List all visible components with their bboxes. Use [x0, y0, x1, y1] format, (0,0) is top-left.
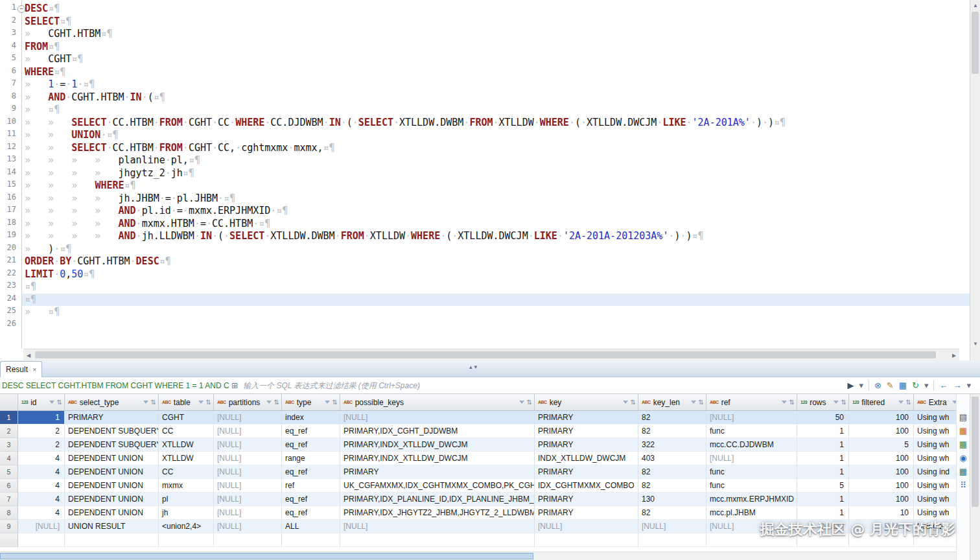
code-line[interactable]: » AND·CGHT.HTBM·IN·(¤¶	[22, 91, 970, 104]
grid-cell[interactable]: [NULL]	[18, 520, 65, 533]
grid-cell[interactable]: PRIMARY	[535, 411, 638, 425]
grid-cell[interactable]: CC	[159, 465, 214, 479]
grid-cell[interactable]: PRIMARY,INDX_XTLLDW_DWCJM	[340, 452, 535, 465]
panel-grid-icon[interactable]: ▤	[959, 412, 967, 422]
column-filter-icon[interactable]	[49, 401, 54, 404]
grid-cell[interactable]: Using wh	[914, 452, 957, 465]
grid-cell[interactable]: 130	[638, 493, 706, 506]
row-number[interactable]: 2	[0, 425, 18, 438]
column-sort-icon[interactable]: ⇅	[206, 399, 211, 406]
grid-cell[interactable]: [NULL]	[535, 520, 638, 533]
row-number[interactable]: 4	[0, 452, 18, 465]
column-header-type[interactable]: ABCtype⇅	[282, 394, 340, 410]
grid-cell[interactable]: IDX_CGHTMXMX_COMBO	[535, 479, 638, 493]
panel-value-icon[interactable]: ◉	[959, 453, 966, 463]
grid-cell[interactable]: 2	[18, 425, 65, 438]
code-line[interactable]: » CGHT.HTBM¤¶	[22, 28, 970, 41]
grid-cell[interactable]: UK_CGFAMXMX,IDX_CGHTMXMX_COMBO,PK_CGH	[340, 479, 535, 493]
grid-cell[interactable]: 10	[849, 506, 914, 520]
row-number[interactable]: 8	[0, 506, 18, 520]
grid-cell[interactable]: range	[282, 452, 340, 465]
grid-cell[interactable]: 1	[797, 452, 849, 465]
code-line[interactable]: » » UNION·¤¶	[22, 129, 970, 142]
panel-calc-icon[interactable]: ▦	[959, 439, 967, 449]
grid-cell[interactable]: PRIMARY	[535, 465, 638, 479]
grid-cell[interactable]: CGHT	[159, 411, 214, 425]
code-line[interactable]: WHERE¤¶	[22, 66, 970, 79]
grid-cell[interactable]: DEPENDENT UNION	[65, 479, 159, 493]
grid-cell[interactable]: PRIMARY	[535, 506, 638, 520]
code-line[interactable]: » » » » planline·pl,¤¶	[22, 154, 970, 167]
code-line[interactable]: ORDER·BY·CGHT.HTBM·DESC¤¶	[22, 255, 970, 268]
grid-horizontal-scrollbar[interactable]	[0, 552, 970, 560]
column-header-key_len[interactable]: ABCkey_len⇅	[638, 394, 706, 410]
grid-cell[interactable]: mcc.CC.DJDWBM	[706, 438, 797, 452]
refresh-icon[interactable]: ↻	[912, 381, 919, 390]
grid-cell[interactable]: PRIMARY	[535, 425, 638, 438]
grid-cell[interactable]: 100	[849, 425, 914, 438]
column-header-select_type[interactable]: ABCselect_type⇅	[65, 394, 159, 410]
grid-cell[interactable]: 4	[18, 465, 65, 479]
grid-cell[interactable]: Using wh	[914, 438, 957, 452]
code-line[interactable]: » » » » jhgytz_2·jh¤¶	[22, 167, 970, 180]
code-line[interactable]: » CGHT¤¶	[22, 53, 970, 66]
editor-vscroll-thumb[interactable]	[972, 12, 979, 74]
grid-hscroll-thumb[interactable]	[0, 553, 533, 559]
grid-cell[interactable]: 82	[638, 425, 706, 438]
code-line[interactable]: » )·¤¶	[22, 243, 970, 256]
tab-result[interactable]: Result ×	[0, 361, 42, 377]
grid-cell[interactable]: [NULL]	[706, 411, 797, 425]
row-number[interactable]: 3	[0, 438, 18, 452]
row-number[interactable]: 9	[0, 520, 18, 533]
grid-cell[interactable]: 1	[797, 506, 849, 520]
grid-cell[interactable]: 82	[638, 479, 706, 493]
sql-editor[interactable]: 1−23456789101112131415161718192021222324…	[0, 0, 970, 349]
column-sort-icon[interactable]: ⇅	[631, 399, 636, 406]
grid-cell[interactable]: 82	[638, 506, 706, 520]
grid-cell[interactable]: DEPENDENT UNION	[65, 465, 159, 479]
grid-cell[interactable]: index	[282, 411, 340, 425]
grid-cell[interactable]: Using ind	[914, 465, 957, 479]
code-line[interactable]: » » » » AND·pl.id·=·mxmx.ERPJHMXID·¤¶	[22, 205, 970, 218]
editor-hscroll-thumb[interactable]	[35, 351, 936, 358]
column-filter-icon[interactable]	[898, 401, 904, 404]
grid-cell[interactable]: 2	[18, 438, 65, 452]
column-filter-icon[interactable]	[623, 401, 628, 404]
grid-cell[interactable]: func	[706, 465, 797, 479]
panel-meta-icon[interactable]: ▦	[959, 467, 967, 476]
grid-cell[interactable]: 1	[797, 465, 849, 479]
grid-cell[interactable]: 322	[638, 438, 706, 452]
grid-cell[interactable]: pl	[159, 493, 214, 506]
grid-vertical-scrollbar[interactable]	[970, 394, 980, 560]
nav-dropdown-icon[interactable]: ▾	[966, 381, 971, 390]
column-filter-icon[interactable]	[834, 401, 839, 404]
grid-cell[interactable]: 4	[18, 479, 65, 493]
scroll-right-icon[interactable]: ▶	[949, 350, 959, 360]
grid-cell[interactable]: eq_ref	[282, 438, 340, 452]
code-line[interactable]: » » » WHERE¤¶	[22, 180, 970, 192]
column-header-rows[interactable]: 123rows⇅	[797, 394, 849, 410]
grid-cell[interactable]: Using wh	[914, 411, 957, 425]
column-sort-icon[interactable]: ⇅	[57, 399, 62, 406]
grid-cell[interactable]: 4	[18, 452, 65, 465]
grid-cell[interactable]: PRIMARY	[340, 465, 535, 479]
grid-cell[interactable]: 1	[18, 411, 65, 425]
code-line[interactable]: » » » » AND·jh.LLDWBM·IN·(·SELECT·XTLLDW…	[22, 230, 970, 243]
grid-cell[interactable]: DEPENDENT UNION	[65, 506, 159, 520]
grid-cell[interactable]: PRIMARY,IDX_CGHT_DJDWBM	[340, 425, 535, 438]
column-header-filtered[interactable]: 123filtered⇅	[849, 394, 914, 410]
column-header-ref[interactable]: ABCref⇅	[706, 394, 797, 410]
grid-cell[interactable]: UNION RESULT	[65, 520, 159, 533]
row-number[interactable]: 7	[0, 493, 18, 506]
grid-cell[interactable]: <union2,4>	[159, 520, 214, 533]
grid-cell[interactable]: eq_ref	[282, 493, 340, 506]
grid-cell[interactable]: 100	[849, 411, 914, 425]
grid-cell[interactable]: eq_ref	[282, 465, 340, 479]
code-line[interactable]: » » SELECT·CC.HTBM·FROM·CGHT·CC·WHERE·CC…	[22, 117, 970, 130]
grid-cell[interactable]: PRIMARY	[65, 411, 159, 425]
code-line[interactable]: » 1·=·1·¤¶	[22, 78, 970, 91]
panel-text-icon[interactable]: ▦	[959, 426, 967, 436]
code-line[interactable]: ¤¶	[22, 281, 970, 294]
nav-back-icon[interactable]: ←	[939, 381, 948, 390]
code-line[interactable]: » » SELECT·CC.HTBM·FROM·CGHT·CC,·cghtmxm…	[22, 142, 970, 155]
